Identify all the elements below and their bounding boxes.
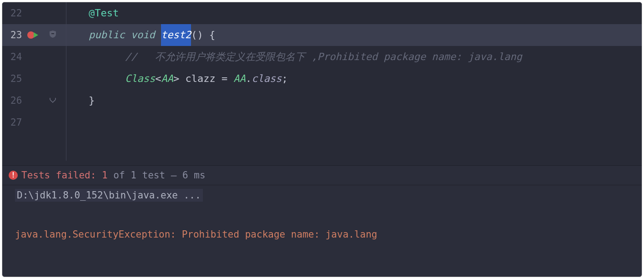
- keyword-public: public: [89, 24, 125, 46]
- java-command: D:\jdk1.8.0_152\bin\java.exe ...: [15, 189, 203, 202]
- line-number: 25: [10, 68, 23, 90]
- ide-frame: 22 23 24 25: [2, 2, 642, 277]
- svg-rect-2: [51, 33, 54, 34]
- comment: // 不允许用户将类定义在受限包名下 ,Prohibited package n…: [125, 46, 522, 68]
- exception-text: java.lang.SecurityException: Prohibited …: [15, 229, 377, 240]
- brace: }: [89, 90, 95, 112]
- fold-end-icon[interactable]: [50, 90, 56, 112]
- line-number: 27: [10, 112, 23, 133]
- gutter-row: 24: [2, 46, 66, 68]
- error-icon: !: [9, 171, 18, 180]
- test-status-bar[interactable]: ! Tests failed: 1 of 1 test – 6 ms: [2, 165, 642, 185]
- test-console: ! Tests failed: 1 of 1 test – 6 ms D:\jd…: [2, 165, 642, 240]
- status-prefix: Tests failed:: [21, 170, 102, 181]
- line-number: 22: [10, 2, 23, 24]
- failed-count: 1: [102, 170, 108, 181]
- line-number: 23: [10, 24, 23, 46]
- total-count: 1: [131, 170, 136, 181]
- code-line[interactable]: }: [66, 112, 642, 133]
- code-line[interactable]: @Test: [66, 2, 642, 24]
- gutter-row-active: 23: [2, 24, 66, 46]
- gutter-row: 22: [2, 2, 66, 24]
- line-number: 24: [10, 46, 23, 68]
- exception-row[interactable]: java.lang.SecurityException: Prohibited …: [2, 229, 642, 240]
- code-line[interactable]: }: [66, 90, 642, 112]
- gutter: 22 23 24 25: [2, 2, 66, 165]
- command-row[interactable]: D:\jdk1.8.0_152\bin\java.exe ...: [2, 185, 642, 205]
- method-name-selected: test2: [161, 24, 191, 46]
- var-decl: clazz =: [179, 68, 233, 90]
- code-line[interactable]: Class<AA> clazz = AA.class;: [66, 68, 642, 90]
- run-test-icon[interactable]: [33, 32, 39, 38]
- line-number: 26: [10, 90, 23, 112]
- code-line-active[interactable]: public void test2() {: [66, 24, 642, 46]
- gutter-row: 26: [2, 90, 66, 112]
- indent-guide: [66, 2, 66, 161]
- gutter-row: 27: [2, 112, 66, 133]
- keyword-void: void: [131, 24, 155, 46]
- gutter-row: 25: [2, 68, 66, 90]
- annotation: @Test: [89, 2, 119, 24]
- class-ref: Class: [125, 68, 155, 90]
- method-shield-icon[interactable]: [49, 24, 56, 46]
- code-line[interactable]: // 不允许用户将类定义在受限包名下 ,Prohibited package n…: [66, 46, 642, 68]
- punct: () {: [191, 24, 215, 46]
- status-suffix: test –: [136, 170, 182, 181]
- code-editor[interactable]: 22 23 24 25: [2, 2, 642, 165]
- class-keyword: class: [252, 68, 282, 90]
- svg-marker-1: [34, 32, 38, 38]
- generic-type: AA: [161, 68, 173, 90]
- class-ref: AA: [233, 68, 246, 90]
- duration: 6 ms: [182, 170, 206, 181]
- status-mid: of: [108, 170, 131, 181]
- code-area[interactable]: @Test public void test2() { // 不允许用户将类定义…: [66, 2, 642, 165]
